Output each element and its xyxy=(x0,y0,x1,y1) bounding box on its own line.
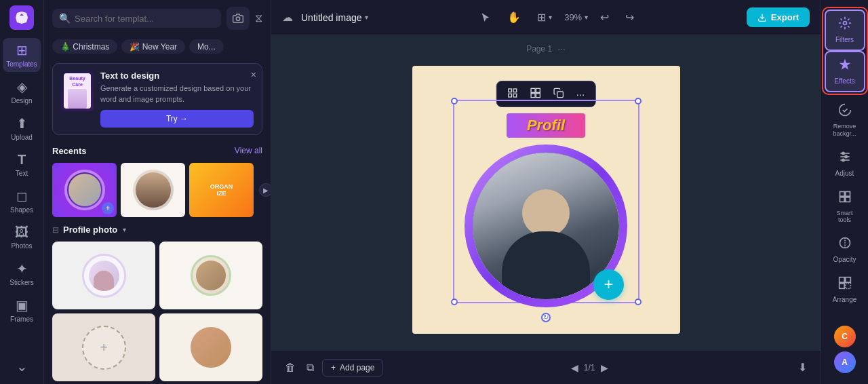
page-navigation: ◀ 1/1 ▶ xyxy=(571,362,608,373)
recents-grid: + ORGANIZE ▶ xyxy=(44,160,271,220)
filters-panel-item[interactable]: Filters xyxy=(825,9,865,51)
user-avatar-2[interactable]: A xyxy=(834,351,856,373)
tag-christmas[interactable]: 🎄 Christmas xyxy=(52,39,117,54)
add-page-label: Add page xyxy=(340,363,374,372)
sidebar-item-label-design: Design xyxy=(11,97,32,104)
sidebar-item-shapes[interactable]: ◻ Shapes xyxy=(3,184,41,218)
tag-more[interactable]: Mo... xyxy=(189,39,224,54)
smart-tools-label: Smarttools xyxy=(836,210,852,225)
svg-rect-2 xyxy=(509,89,512,92)
effects-label: Effects xyxy=(834,77,854,85)
opacity-panel-item[interactable]: Opacity xyxy=(825,231,865,269)
search-input[interactable] xyxy=(75,14,214,24)
sidebar-item-label-stickers: Stickers xyxy=(9,279,34,286)
sidebar-item-upload[interactable]: ⬆ Upload xyxy=(3,111,41,145)
top-toolbar: ☁ Untitled image ▾ ✋ ⊞▾ 39% ▾ ↩ ↪ Export xyxy=(271,0,821,35)
recent-item-1[interactable]: + xyxy=(52,163,117,217)
recent-item-2[interactable] xyxy=(121,163,185,217)
sidebar-item-stickers[interactable]: ✦ Stickers xyxy=(3,256,41,290)
filter-button[interactable]: ⧖ xyxy=(255,12,262,24)
sidebar-item-text[interactable]: T Text xyxy=(3,148,41,181)
filters-effects-group: Filters Effects xyxy=(822,7,868,95)
profile-card-3[interactable]: + xyxy=(52,313,155,381)
page-counter: 1/1 xyxy=(584,363,595,372)
duplicate-page-button[interactable]: ⧉ xyxy=(304,359,317,377)
profile-circle-container[interactable]: Profil + xyxy=(453,113,639,303)
smart-tools-panel-item[interactable]: Smarttools xyxy=(825,185,865,230)
handle-top-left[interactable] xyxy=(451,98,458,104)
add-photo-button[interactable]: + xyxy=(593,269,624,300)
view-options-button[interactable]: ⊞▾ xyxy=(533,8,556,26)
svg-point-17 xyxy=(842,159,844,161)
effects-panel-item[interactable]: Effects xyxy=(825,51,865,92)
sidebar-item-photos[interactable]: 🖼 Photos xyxy=(3,220,41,254)
svg-rect-18 xyxy=(840,191,844,196)
undo-button[interactable]: ↩ xyxy=(596,8,613,26)
profile-card-1[interactable] xyxy=(52,242,155,309)
profile-card-4[interactable] xyxy=(159,313,262,381)
search-input-wrap[interactable]: 🔍 xyxy=(52,9,221,28)
arrange-panel-item[interactable]: Arrange xyxy=(825,271,865,309)
delete-page-button[interactable]: 🗑 xyxy=(282,359,298,377)
profile-text-badge: Profil xyxy=(507,113,585,138)
promo-banner: Beauty Care Text to design Generate a cu… xyxy=(52,63,262,135)
sidebar-item-design[interactable]: ◈ Design xyxy=(3,75,41,109)
chevron-down-icon-zoom: ▾ xyxy=(585,14,588,21)
remove-background-panel-item[interactable]: Removebackgr... xyxy=(825,98,865,143)
filters-label: Filters xyxy=(835,36,854,44)
add-page-button[interactable]: + Add page xyxy=(322,359,383,377)
recents-title: Recents xyxy=(52,146,87,156)
upload-icon: ⬆ xyxy=(16,115,28,132)
user-avatar-1[interactable]: C xyxy=(834,326,856,347)
svg-rect-9 xyxy=(536,93,540,97)
promo-try-button[interactable]: Try → xyxy=(100,110,254,128)
remove-bg-label: Removebackgr... xyxy=(833,123,856,138)
zoom-button[interactable]: 39% ▾ xyxy=(564,12,588,22)
export-label: Export xyxy=(771,12,799,22)
sidebar-item-templates[interactable]: ⊞ Templates xyxy=(3,38,41,72)
hand-tool-button[interactable]: ✋ xyxy=(503,8,525,26)
adjust-panel-item[interactable]: Adjust xyxy=(825,145,865,183)
redo-button[interactable]: ↪ xyxy=(621,8,638,26)
bottom-toolbar: 🗑 ⧉ + Add page ◀ 1/1 ▶ ⬇ xyxy=(271,350,821,384)
rotate-handle[interactable]: ↻ xyxy=(541,313,551,322)
bottom-right-actions: ⬇ xyxy=(795,358,810,377)
zoom-level: 39% xyxy=(564,12,582,22)
svg-rect-19 xyxy=(845,191,850,196)
select-tool-button[interactable] xyxy=(476,9,495,26)
file-title: Untitled image xyxy=(301,12,362,23)
svg-rect-26 xyxy=(845,284,850,289)
tag-newyear[interactable]: 🎉 New Year xyxy=(121,39,185,54)
profile-card-2[interactable] xyxy=(159,242,262,309)
next-page-button[interactable]: ▶ xyxy=(601,362,608,373)
prev-page-button[interactable]: ◀ xyxy=(571,362,578,373)
profile-photo-grid: + xyxy=(44,239,271,384)
svg-rect-8 xyxy=(531,93,535,97)
christmas-label: 🎄 Christmas xyxy=(60,42,109,52)
arrange-icon xyxy=(838,276,852,293)
circle-photo-wrap[interactable]: + xyxy=(465,145,627,303)
recents-next-arrow[interactable]: ▶ xyxy=(259,183,271,197)
svg-rect-4 xyxy=(509,94,512,97)
sidebar-item-frames[interactable]: ▣ Frames xyxy=(3,293,41,327)
canvas-frame[interactable]: ··· ↻ Profil xyxy=(412,66,680,334)
sidebar-item-label-photos: Photos xyxy=(11,242,32,250)
svg-rect-3 xyxy=(513,89,517,92)
svg-rect-25 xyxy=(839,284,844,289)
file-dropdown-arrow[interactable]: ▾ xyxy=(365,14,368,21)
sidebar-item-label-frames: Frames xyxy=(10,315,33,323)
view-all-button[interactable]: View all xyxy=(235,146,262,155)
app-logo[interactable] xyxy=(9,5,34,30)
recent-item-3[interactable]: ORGANIZE xyxy=(189,163,254,217)
chevron-down-icon: ⌄ xyxy=(16,358,28,375)
nav-collapse-btn[interactable]: ⌄ xyxy=(3,354,41,379)
promo-title: Text to design xyxy=(100,71,254,81)
export-button[interactable]: Export xyxy=(747,7,810,27)
camera-search-button[interactable] xyxy=(226,7,250,30)
page-options-button[interactable]: ··· xyxy=(557,43,566,54)
chevron-down-icon-profile[interactable]: ▾ xyxy=(123,226,126,233)
promo-close-button[interactable]: × xyxy=(251,69,256,80)
handle-top-right[interactable] xyxy=(635,98,642,104)
svg-point-0 xyxy=(236,17,239,20)
bottom-download-button[interactable]: ⬇ xyxy=(795,358,810,377)
